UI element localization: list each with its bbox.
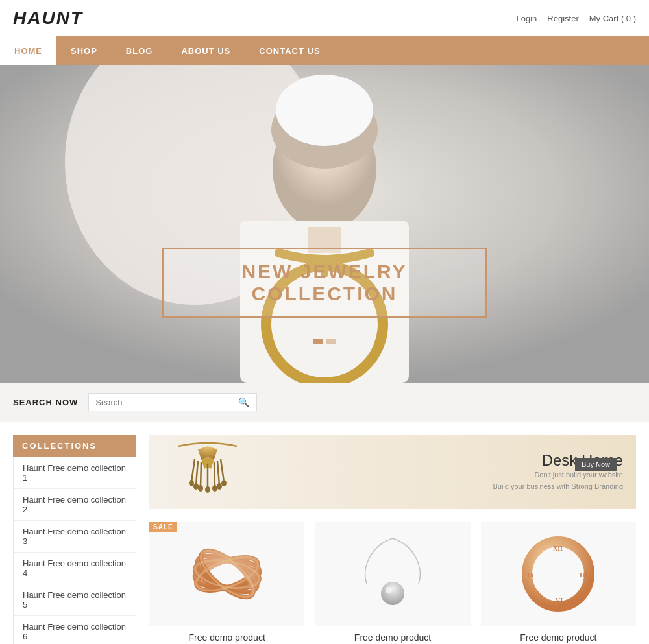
main-content: COLLECTIONS Haunt Free demo collection 1… (0, 422, 649, 644)
search-input-wrap: 🔍 (88, 393, 257, 411)
nav-shop[interactable]: SHOP (56, 36, 112, 65)
hero-dot-2[interactable] (326, 339, 336, 344)
banner-subtitle: Don't just build your website Build your… (260, 470, 623, 492)
svg-line-23 (221, 459, 224, 482)
svg-line-19 (201, 462, 201, 487)
search-input[interactable] (95, 398, 238, 407)
collection-item-1[interactable]: Haunt Free demo collection 1 (13, 457, 136, 489)
svg-text:XII: XII (553, 545, 563, 552)
cart-link[interactable]: My Cart ( 0 ) (589, 14, 636, 23)
product-card-2: Free demo product $70.00 (315, 522, 470, 644)
products-row: SALE (149, 522, 636, 644)
svg-text:III: III (580, 571, 587, 578)
product-card-3: XII III VI IX Free demo product $450.00 (481, 522, 636, 644)
sale-badge-1: SALE (149, 522, 177, 532)
search-icon[interactable]: 🔍 (238, 397, 249, 407)
hero-section: NEW JEWELRY COLLECTION (0, 65, 649, 383)
svg-text:VI: VI (556, 597, 563, 604)
search-label: SEARCH NOW (13, 398, 78, 407)
svg-point-24 (189, 480, 194, 486)
main-nav: HOME SHOP BLOG ABOUT US CONTACT US (0, 36, 649, 65)
svg-line-17 (191, 459, 195, 482)
svg-line-18 (196, 461, 198, 485)
ring-svg: XII III VI IX (513, 529, 604, 619)
nav-home[interactable]: HOME (0, 36, 56, 65)
collection-item-5[interactable]: Haunt Free demo collection 5 (13, 584, 136, 616)
svg-point-4 (276, 75, 373, 146)
svg-point-26 (198, 485, 203, 492)
collection-item-6[interactable]: Haunt Free demo collection 6 (13, 616, 136, 644)
banner-text-area: Buy Now Desk Home Don't just build your … (260, 451, 623, 492)
svg-point-39 (381, 582, 404, 605)
sidebar: COLLECTIONS Haunt Free demo collection 1… (13, 435, 136, 644)
svg-point-25 (193, 483, 199, 490)
collection-item-4[interactable]: Haunt Free demo collection 4 (13, 553, 136, 584)
svg-line-21 (214, 462, 215, 487)
product-image-3: XII III VI IX (481, 522, 636, 626)
svg-point-30 (221, 480, 227, 486)
collection-item-3[interactable]: Haunt Free demo collection 3 (13, 521, 136, 553)
hero-image (0, 65, 649, 383)
nav-contact[interactable]: CONTACT US (245, 36, 334, 65)
nav-blog[interactable]: BLOG (112, 36, 167, 65)
necklace-svg (347, 529, 438, 619)
collection-item-2[interactable]: Haunt Free demo collection 2 (13, 489, 136, 521)
hero-text-box: NEW JEWELRY COLLECTION (162, 248, 487, 318)
collections-header: COLLECTIONS (13, 435, 136, 457)
header-right: Login Register My Cart ( 0 ) (517, 14, 636, 23)
promotional-banner: Buy Now Desk Home Don't just build your … (149, 435, 636, 509)
product-image-1 (149, 522, 304, 626)
nav-about[interactable]: ABOUT US (167, 36, 245, 65)
svg-text:IX: IX (527, 571, 535, 578)
jewelry-necklace-svg (159, 436, 256, 508)
svg-point-27 (205, 486, 210, 493)
svg-point-28 (212, 485, 217, 492)
banner-title: Desk Home (260, 451, 623, 470)
hero-title: NEW JEWELRY COLLECTION (190, 261, 459, 305)
banner-jewelry-image (156, 436, 260, 508)
login-link[interactable]: Login (517, 14, 537, 23)
right-content: Buy Now Desk Home Don't just build your … (149, 435, 636, 644)
hero-dot-1[interactable] (313, 339, 323, 344)
product-image-2 (315, 522, 470, 626)
product-name-2: Free demo product (315, 632, 470, 643)
header: HAUNT Login Register My Cart ( 0 ) (0, 0, 649, 36)
svg-line-22 (217, 461, 219, 485)
search-bar: SEARCH NOW 🔍 (0, 383, 649, 422)
bracelet-svg (182, 529, 273, 619)
buy-now-button[interactable]: Buy Now (575, 458, 617, 471)
hero-pagination (313, 339, 336, 344)
register-link[interactable]: Register (547, 14, 578, 23)
product-card-1: SALE (149, 522, 304, 644)
svg-point-40 (386, 587, 392, 593)
svg-point-29 (217, 483, 222, 490)
site-logo[interactable]: HAUNT (13, 8, 83, 29)
product-name-1: Free demo product (149, 632, 304, 643)
product-name-3: Free demo product (481, 632, 636, 643)
